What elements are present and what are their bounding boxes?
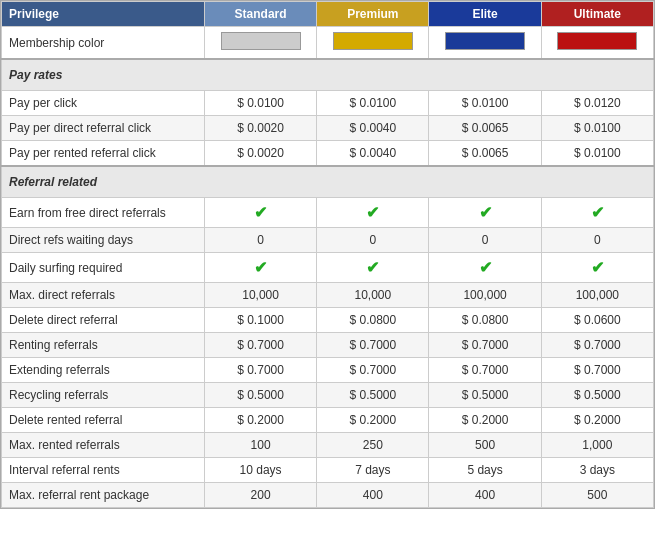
premium-cell: 400: [317, 483, 429, 508]
standard-cell: $ 0.2000: [204, 408, 316, 433]
ultimate-color-cell: [541, 27, 653, 60]
standard-cell: $ 0.0020: [204, 141, 316, 167]
elite-cell: 5 days: [429, 458, 541, 483]
table-row: Pay per click$ 0.0100$ 0.0100$ 0.0100$ 0…: [2, 91, 654, 116]
standard-cell: 10 days: [204, 458, 316, 483]
header-standard: Standard: [204, 2, 316, 27]
elite-cell: 100,000: [429, 283, 541, 308]
premium-cell: ✔: [317, 198, 429, 228]
premium-cell: $ 0.2000: [317, 408, 429, 433]
row-label: Delete direct referral: [2, 308, 205, 333]
header-privilege: Privilege: [2, 2, 205, 27]
privileges-table: Privilege Standard Premium Elite Ultimat…: [0, 0, 655, 509]
standard-cell: 10,000: [204, 283, 316, 308]
elite-cell: 0: [429, 228, 541, 253]
table-row: Renting referrals$ 0.7000$ 0.7000$ 0.700…: [2, 333, 654, 358]
ultimate-cell: 100,000: [541, 283, 653, 308]
ultimate-cell: $ 0.5000: [541, 383, 653, 408]
premium-cell: $ 0.0040: [317, 141, 429, 167]
table-row: Pay per direct referral click$ 0.0020$ 0…: [2, 116, 654, 141]
row-label: Pay per click: [2, 91, 205, 116]
premium-cell: $ 0.7000: [317, 333, 429, 358]
standard-color-cell: [204, 27, 316, 60]
standard-cell: 100: [204, 433, 316, 458]
checkmark-icon: ✔: [479, 259, 492, 276]
elite-cell: 400: [429, 483, 541, 508]
ultimate-cell: 0: [541, 228, 653, 253]
premium-cell: ✔: [317, 253, 429, 283]
header-premium: Premium: [317, 2, 429, 27]
premium-cell: 10,000: [317, 283, 429, 308]
elite-cell: $ 0.2000: [429, 408, 541, 433]
table-row: Daily surfing required✔✔✔✔: [2, 253, 654, 283]
row-label: Renting referrals: [2, 333, 205, 358]
premium-cell: $ 0.0100: [317, 91, 429, 116]
section-title: Referral related: [2, 166, 654, 198]
section-title: Pay rates: [2, 59, 654, 91]
header-elite: Elite: [429, 2, 541, 27]
ultimate-cell: 1,000: [541, 433, 653, 458]
membership-color-label: Membership color: [2, 27, 205, 60]
ultimate-cell: ✔: [541, 198, 653, 228]
table-row: Recycling referrals$ 0.5000$ 0.5000$ 0.5…: [2, 383, 654, 408]
checkmark-icon: ✔: [479, 204, 492, 221]
standard-cell: $ 0.0100: [204, 91, 316, 116]
elite-cell: $ 0.7000: [429, 358, 541, 383]
premium-color-cell: [317, 27, 429, 60]
elite-color-swatch: [445, 32, 525, 50]
header-ultimate: Ultimate: [541, 2, 653, 27]
ultimate-cell: ✔: [541, 253, 653, 283]
standard-cell: $ 0.7000: [204, 333, 316, 358]
ultimate-cell: $ 0.7000: [541, 333, 653, 358]
ultimate-cell: $ 0.0100: [541, 116, 653, 141]
elite-cell: ✔: [429, 198, 541, 228]
ultimate-cell: $ 0.0100: [541, 141, 653, 167]
elite-cell: $ 0.5000: [429, 383, 541, 408]
elite-cell: 500: [429, 433, 541, 458]
standard-cell: ✔: [204, 198, 316, 228]
table-row: Earn from free direct referrals✔✔✔✔: [2, 198, 654, 228]
section-header-pay-rates: Pay rates: [2, 59, 654, 91]
premium-cell: 7 days: [317, 458, 429, 483]
row-label: Pay per rented referral click: [2, 141, 205, 167]
row-label: Recycling referrals: [2, 383, 205, 408]
row-label: Max. rented referrals: [2, 433, 205, 458]
premium-cell: $ 0.0800: [317, 308, 429, 333]
ultimate-cell: $ 0.0120: [541, 91, 653, 116]
section-header-referral-related: Referral related: [2, 166, 654, 198]
elite-cell: $ 0.0065: [429, 141, 541, 167]
row-label: Delete rented referral: [2, 408, 205, 433]
ultimate-cell: 500: [541, 483, 653, 508]
premium-cell: $ 0.0040: [317, 116, 429, 141]
standard-cell: 200: [204, 483, 316, 508]
premium-cell: 250: [317, 433, 429, 458]
row-label: Earn from free direct referrals: [2, 198, 205, 228]
standard-cell: 0: [204, 228, 316, 253]
elite-cell: $ 0.0800: [429, 308, 541, 333]
premium-color-swatch: [333, 32, 413, 50]
elite-cell: ✔: [429, 253, 541, 283]
table-row: Direct refs waiting days0000: [2, 228, 654, 253]
row-label: Pay per direct referral click: [2, 116, 205, 141]
standard-color-swatch: [221, 32, 301, 50]
table-row: Pay per rented referral click$ 0.0020$ 0…: [2, 141, 654, 167]
ultimate-cell: $ 0.7000: [541, 358, 653, 383]
table-row: Max. rented referrals1002505001,000: [2, 433, 654, 458]
table-row: Delete rented referral$ 0.2000$ 0.2000$ …: [2, 408, 654, 433]
checkmark-icon: ✔: [591, 204, 604, 221]
row-label: Extending referrals: [2, 358, 205, 383]
row-label: Interval referral rents: [2, 458, 205, 483]
checkmark-icon: ✔: [254, 259, 267, 276]
standard-cell: $ 0.5000: [204, 383, 316, 408]
elite-color-cell: [429, 27, 541, 60]
elite-cell: $ 0.7000: [429, 333, 541, 358]
row-label: Direct refs waiting days: [2, 228, 205, 253]
elite-cell: $ 0.0065: [429, 116, 541, 141]
ultimate-cell: $ 0.2000: [541, 408, 653, 433]
premium-cell: 0: [317, 228, 429, 253]
standard-cell: ✔: [204, 253, 316, 283]
standard-cell: $ 0.1000: [204, 308, 316, 333]
table-row: Interval referral rents10 days7 days5 da…: [2, 458, 654, 483]
row-label: Daily surfing required: [2, 253, 205, 283]
checkmark-icon: ✔: [366, 204, 379, 221]
